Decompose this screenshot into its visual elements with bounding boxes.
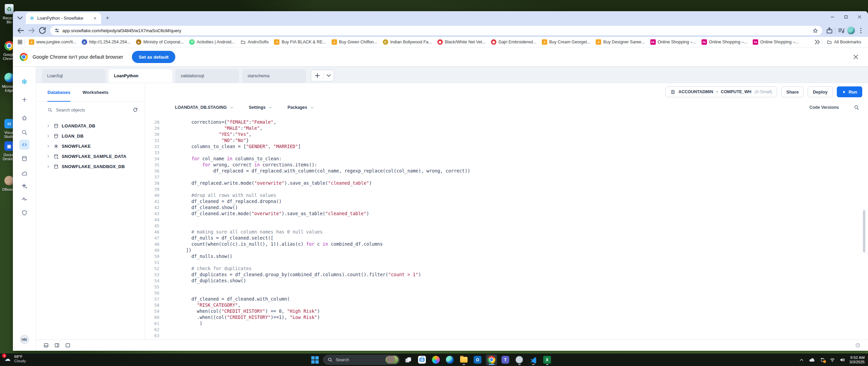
bookmarks-overflow-icon[interactable] [813,38,821,46]
bookmark-item[interactable]: ᗢ Activities | Android... [186,38,237,46]
chevron-right-icon[interactable] [46,134,51,138]
new-tab-button[interactable]: + [103,14,112,22]
set-as-default-button[interactable]: Set as default [132,51,175,63]
database-item[interactable]: LOAN_DB [36,131,145,141]
sync-status-icon[interactable] [820,357,825,363]
context-selector[interactable]: ACCOUNTADMIN • COMPUTE_WH (X-Small) [665,86,777,97]
database-item[interactable]: SNOWFLAKE_SAMPLE_DATA [36,151,145,161]
bookmark-item[interactable]: J www.junglee.com/It... [26,38,79,46]
editor-search-icon[interactable] [854,105,859,110]
url-bar[interactable]: app.snowflake.com/helpxdy/af34845/w1X7ma… [50,26,822,35]
tab-search-icon[interactable] [16,14,24,22]
bookmark-item[interactable]: J Buy Green Chiffon... [329,38,380,46]
worksheet-list-chevron-icon[interactable] [323,72,334,79]
site-settings-icon[interactable] [54,28,60,33]
onedrive-icon[interactable] [809,357,815,363]
tab-close-icon[interactable]: ✕ [92,16,98,21]
media-queue-icon[interactable] [837,27,845,34]
packages-dropdown[interactable]: Packages [288,105,314,110]
bookmark-item[interactable]: J Buy Designer Saree... [593,38,647,46]
rail-item-ai-ml[interactable] [19,181,29,191]
taskbar-app-outlook[interactable]: O [472,354,483,365]
taskbar-app-microsoft-edge[interactable] [444,354,455,365]
extensions-icon[interactable] [826,27,833,34]
all-bookmarks-button[interactable]: All Bookmarks [824,38,864,46]
run-button[interactable]: Run [837,86,862,97]
close-button[interactable] [857,15,862,19]
forward-icon[interactable] [27,26,36,35]
taskbar-app-copilot[interactable] [430,354,441,365]
start-button[interactable] [309,354,320,365]
browser-tab[interactable]: ❄ LoanPython - Snowflake ✕ [26,13,101,24]
bookmark-item[interactable]: AndroSofts [238,38,272,46]
wifi-icon[interactable] [830,357,835,363]
settings-dropdown[interactable]: Settings [249,105,273,110]
bookmark-item[interactable]: FA Online Shopping –... [750,38,801,46]
hidden-icons-chevron[interactable] [799,357,804,363]
share-button[interactable]: Share [781,86,804,97]
bookmark-item[interactable]: ◉ Gajri Embroidered... [488,38,539,46]
taskbar-clock[interactable]: 9:52 AM 3/3/2025 [849,355,865,364]
rail-item-data[interactable] [19,154,29,164]
rail-item-activity[interactable] [19,194,29,204]
history-icon[interactable] [855,343,861,348]
new-worksheet-icon[interactable] [311,72,323,79]
code-editor[interactable]: 28 corrections={"fEMALE":"Female", 29 "M… [145,114,868,340]
panel-right-icon[interactable] [54,343,60,348]
minimize-button[interactable] [830,15,835,19]
database-item[interactable]: SNOWFLAKE [36,141,145,151]
tab-databases[interactable]: Databases [47,83,71,101]
chevron-right-icon[interactable] [46,144,51,148]
taskbar-app-teams[interactable]: T [500,354,511,365]
volume-icon[interactable] [840,357,845,363]
bookmark-item[interactable]: FA Online Shopping –... [648,38,699,46]
taskbar-app-task-view[interactable] [402,354,414,365]
bookmark-item[interactable]: ▲ Ministry of Corporat... [133,38,186,46]
bookmark-item[interactable]: J Buy FIA BLACK & RE... [271,38,329,46]
taskbar-app-excel[interactable]: X [541,354,553,365]
bookmark-item[interactable]: FA Online Shopping –... [699,38,750,46]
chevron-right-icon[interactable] [46,154,51,159]
bookmark-star-icon[interactable] [812,28,818,34]
apps-grid-icon[interactable] [17,39,23,45]
chevron-right-icon[interactable] [46,164,51,169]
rail-item-snowflake-logo[interactable]: ❄ [19,77,29,87]
code-versions-button[interactable]: Code Versions [809,105,839,110]
worksheet-tab-starschema[interactable]: starschema [242,69,306,83]
chevron-right-icon[interactable] [46,124,51,128]
panel-bottom-icon[interactable] [43,343,49,348]
taskbar-app-postgresql[interactable] [514,354,525,365]
notification-close-icon[interactable] [852,54,859,60]
rail-item-projects[interactable] [19,140,29,150]
bookmark-item[interactable]: C Indian Bollywood Fa... [380,38,435,46]
deploy-button[interactable]: Deploy [808,86,832,97]
rail-item-cloud[interactable] [19,168,29,179]
rail-item-add[interactable] [19,95,29,105]
search-objects-input[interactable]: Search objects [36,102,145,118]
panel-full-icon[interactable] [65,343,71,348]
rail-item-home[interactable] [19,113,29,123]
bookmark-item[interactable]: J Buy Cream Georget... [539,38,593,46]
weather-widget[interactable]: ☁3 68°FCloudy [3,354,26,363]
maximize-button[interactable] [844,15,848,19]
profile-avatar[interactable] [847,26,855,35]
worksheet-tab-LoanPython[interactable]: LoanPython [108,69,172,83]
bookmark-item[interactable]: ◉ Black/White Net Vel... [435,38,488,46]
taskbar-app-google-chrome[interactable] [486,354,497,365]
rail-item-governance[interactable] [19,208,29,218]
worksheet-tab-validationsql[interactable]: validationsql [175,69,239,83]
chrome-menu-icon[interactable] [857,27,865,34]
worksheet-tab-LoanSql[interactable]: LoanSql [42,69,105,83]
database-item[interactable]: LOANDATA_DB [36,121,145,131]
bookmark-item[interactable]: p http://1.254.254.254... [79,38,133,46]
taskbar-search[interactable]: Search [323,355,400,365]
tab-worksheets[interactable]: Worksheets [83,83,108,101]
database-item[interactable]: SNOWFLAKE_SANDBOX_DB [36,161,145,171]
refresh-icon[interactable] [133,107,138,113]
taskbar-app-file-explorer[interactable] [458,354,469,365]
reload-icon[interactable] [38,26,47,35]
taskbar-app-microsoft-store[interactable] [416,354,428,365]
user-avatar[interactable]: HN [20,335,29,344]
schema-context-dropdown[interactable]: LOANDATA_DB.STAGING [175,105,234,110]
editor-scrollbar[interactable] [863,210,865,252]
